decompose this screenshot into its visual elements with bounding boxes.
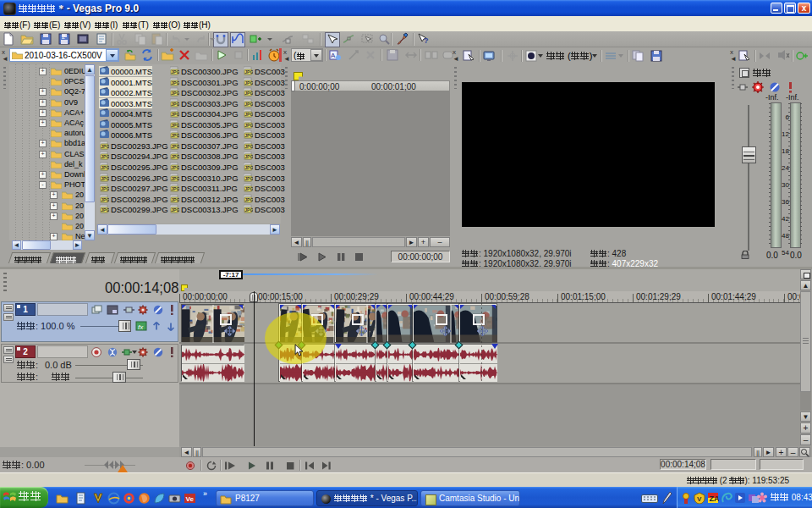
svg-text:Ve: Ve [186,495,195,503]
svg-text:V: V [697,495,702,503]
svg-text:ZA: ZA [709,494,719,503]
svg-text:fx: fx [138,323,144,331]
